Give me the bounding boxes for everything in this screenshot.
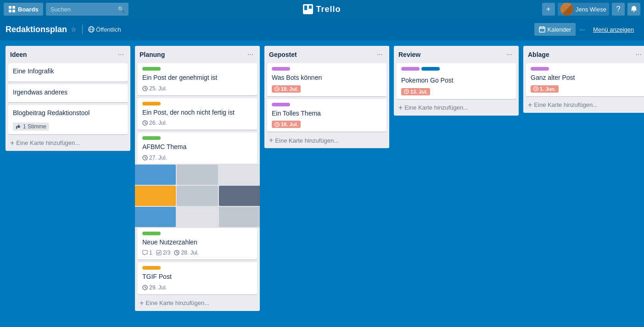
list-menu-planung[interactable]: ··· <box>246 50 255 60</box>
card-title: Irgendwas anderes <box>13 88 123 97</box>
list-cards-ablage: Ganz alter Post 1. Jun. <box>523 61 644 98</box>
notifications-button[interactable] <box>627 3 640 16</box>
list-cards-ideen: Eine Infografik Irgendwas anderes Blogbe… <box>6 61 130 136</box>
card-label-green <box>142 232 161 235</box>
svg-rect-5 <box>304 6 307 10</box>
card-tgif[interactable]: TGIF Post 29. Jul. <box>138 262 257 294</box>
list-menu-ideen[interactable]: ··· <box>116 50 126 60</box>
list-title-ideen: Ideen <box>10 51 116 58</box>
cover-thumb-9 <box>219 207 260 227</box>
card-title: Ein Tolles Thema <box>272 109 382 118</box>
card-meta: 18. Jul. <box>272 85 382 93</box>
avatar-image <box>560 3 573 16</box>
card-label-purple <box>272 103 290 106</box>
list-menu-ablage[interactable]: ··· <box>634 50 644 60</box>
clock-icon <box>142 155 148 161</box>
card-labels-row <box>401 67 511 73</box>
add-card-gepostet[interactable]: + Eine Karte hinzufügen... <box>264 133 389 148</box>
search-input[interactable] <box>46 3 129 16</box>
clock-icon <box>142 120 148 126</box>
add-card-label: Eine Karte hinzufügen... <box>146 299 209 306</box>
board-header: Redaktionsplan ☆ Öffentlich Kalender ···… <box>0 18 644 40</box>
comment-count: 1 <box>142 249 152 256</box>
card-title: Ein Post, der noch nicht fertig ist <box>142 108 252 117</box>
add-card-planung[interactable]: + Eine Karte hinzufügen... <box>135 296 260 311</box>
list-menu-gepostet[interactable]: ··· <box>375 50 385 60</box>
list-header-planung: Planung ··· <box>135 46 260 61</box>
comment-icon <box>142 250 148 255</box>
due-date: 26. Jul. <box>142 120 167 126</box>
card-blogbeitrag[interactable]: Blogbeitrag Redaktionstool 1 Stimme <box>8 105 128 134</box>
bell-icon <box>630 6 638 13</box>
card-tolles-thema[interactable]: Ein Tolles Thema 18. Jul. <box>267 99 386 132</box>
list-ideen: Ideen ··· Eine Infografik Irgendwas ande… <box>6 46 130 151</box>
svg-line-29 <box>145 288 146 288</box>
boards-button[interactable]: Boards <box>4 3 43 16</box>
due-badge-overdue: 13. Jul. <box>401 88 430 95</box>
menu-label: Menü anzeigen <box>593 26 634 33</box>
svg-rect-2 <box>9 10 11 12</box>
list-header-gepostet: Gepostet ··· <box>264 46 389 61</box>
card-afbmc[interactable]: AFBMC Thema 27. Jul. <box>138 133 257 165</box>
card-title: Ganz alter Post <box>531 73 641 83</box>
list-cards-planung: Ein Post der genehmigt ist 25. Jul. Ein … <box>135 61 260 296</box>
due-date: 29. Jul. <box>142 284 167 291</box>
card-ganz-alter-post[interactable]: Ganz alter Post 1. Jun. <box>526 63 644 96</box>
add-icon: + <box>528 101 532 109</box>
card-label-green <box>142 136 161 140</box>
add-card-label: Eine Karte hinzufügen... <box>404 104 468 111</box>
card-pokemon[interactable]: Pokemon Go Post 13. Jul. <box>397 63 516 99</box>
cover-thumb-1 <box>135 165 176 185</box>
due-badge-overdue: 1. Jun. <box>531 85 559 93</box>
card-meta: 1 2/3 28. Jul. <box>142 249 252 256</box>
clock-icon <box>404 89 409 94</box>
list-title-planung: Planung <box>140 51 246 58</box>
add-icon: + <box>398 104 403 112</box>
add-card-label: Eine Karte hinzufügen... <box>16 139 80 146</box>
star-icon[interactable]: ☆ <box>71 26 77 33</box>
calendar-label: Kalender <box>547 26 571 33</box>
add-card-ablage[interactable]: + Eine Karte hinzufügen... <box>523 98 644 113</box>
add-card-review[interactable]: + Eine Karte hinzufügen... <box>394 101 519 116</box>
user-menu-button[interactable]: Jens Wiese <box>558 3 609 16</box>
list-title-gepostet: Gepostet <box>269 51 375 58</box>
trello-name: Trello <box>316 5 341 14</box>
card-label-orange <box>142 266 161 270</box>
card-was-bots[interactable]: Was Bots können 18. Jul. <box>267 63 386 96</box>
board-title[interactable]: Redaktionsplan <box>6 25 67 34</box>
card-post-nicht-fertig[interactable]: Ein Post, der noch nicht fertig ist 26. … <box>138 98 257 130</box>
card-eine-infografik[interactable]: Eine Infografik <box>8 63 128 82</box>
list-review: Review ··· Pokemon Go Post 13. Jul. + <box>394 46 519 116</box>
svg-line-26 <box>177 253 178 254</box>
calendar-button[interactable]: Kalender <box>534 23 576 36</box>
header-divider <box>82 25 83 34</box>
thumbs-up-icon <box>16 124 21 129</box>
globe-icon <box>88 26 95 33</box>
card-title: AFBMC Thema <box>142 143 252 152</box>
card-post-genehmigt[interactable]: Ein Post der genehmigt ist 25. Jul. <box>138 63 257 95</box>
add-card-ideen[interactable]: + Eine Karte hinzufügen... <box>6 136 130 151</box>
svg-rect-1 <box>12 6 15 9</box>
ellipsis-separator: ··· <box>579 26 585 33</box>
checklist-icon <box>156 250 162 255</box>
grid-icon <box>8 6 16 13</box>
user-name-label: Jens Wiese <box>576 6 606 13</box>
help-button[interactable]: ? <box>612 3 625 16</box>
card-meta: 25. Jul. <box>142 85 252 92</box>
clock-icon <box>174 250 179 255</box>
card-nutzerzahlen[interactable]: Neue Nutzerzahlen 1 2/3 28. Jul. <box>138 167 257 260</box>
card-title: TGIF Post <box>142 272 252 282</box>
list-title-ablage: Ablage <box>528 51 634 58</box>
card-irgendwas[interactable]: Irgendwas anderes <box>8 84 128 103</box>
card-label-green <box>142 67 161 71</box>
svg-rect-6 <box>309 6 312 9</box>
menu-button[interactable]: Menü anzeigen <box>588 23 638 36</box>
clock-icon <box>142 285 148 290</box>
topnav-center: Trello <box>217 4 427 14</box>
card-title: Pokemon Go Post <box>401 76 511 85</box>
list-header-ablage: Ablage ··· <box>523 46 644 61</box>
list-menu-review[interactable]: ··· <box>504 50 514 60</box>
add-button[interactable]: + <box>542 3 555 16</box>
svg-line-22 <box>145 158 146 159</box>
due-badge-overdue: 18. Jul. <box>272 85 301 93</box>
